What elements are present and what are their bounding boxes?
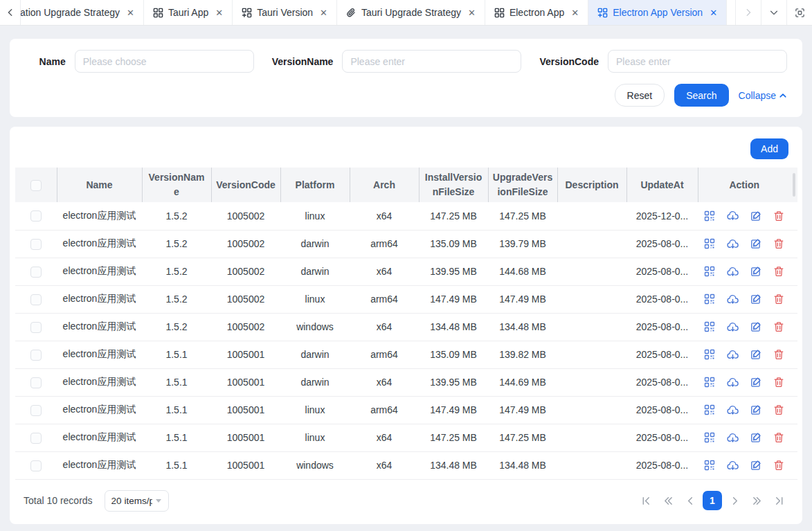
edit-icon[interactable] bbox=[750, 460, 761, 471]
chevron-left-page-icon[interactable] bbox=[680, 491, 700, 510]
table-scrollbar[interactable] bbox=[791, 168, 797, 202]
row-checkbox[interactable] bbox=[30, 267, 42, 278]
qrcode-icon[interactable] bbox=[704, 210, 715, 222]
cell-description bbox=[557, 285, 626, 313]
edit-icon[interactable] bbox=[750, 404, 761, 415]
chevron-left-icon[interactable] bbox=[0, 0, 21, 25]
cell-version-name: 1.5.2 bbox=[142, 202, 211, 230]
edit-icon[interactable] bbox=[750, 210, 761, 222]
edit-icon[interactable] bbox=[750, 266, 761, 277]
close-icon[interactable]: ✕ bbox=[127, 8, 134, 17]
chevron-right-icon[interactable] bbox=[735, 0, 761, 25]
first-page-icon[interactable] bbox=[636, 491, 656, 510]
cell-platform: windows bbox=[280, 313, 350, 341]
qrcode-icon[interactable] bbox=[704, 266, 715, 277]
add-button[interactable]: Add bbox=[750, 138, 788, 159]
cell-install-size: 135.09 MB bbox=[419, 230, 488, 258]
tab-tauri-version[interactable]: Tauri Version✕ bbox=[233, 0, 337, 25]
cloud-download-icon[interactable] bbox=[727, 294, 739, 305]
qrcode-icon[interactable] bbox=[704, 294, 715, 305]
edit-icon[interactable] bbox=[750, 321, 761, 332]
cloud-download-icon[interactable] bbox=[727, 321, 739, 333]
cell-upgrade-size: 134.48 MB bbox=[488, 451, 557, 479]
chevron-right-page-icon[interactable] bbox=[725, 491, 744, 510]
tab-electron-app[interactable]: Electron App✕ bbox=[485, 0, 588, 25]
double-chevron-left-icon[interactable] bbox=[658, 491, 678, 510]
scrollbar-thumb[interactable] bbox=[793, 173, 795, 197]
table-row: electron应用测试 1.5.1 1005001 linux arm64 1… bbox=[15, 396, 797, 424]
cloud-download-icon[interactable] bbox=[727, 210, 739, 222]
cloud-download-icon[interactable] bbox=[727, 238, 739, 250]
cell-version-code: 1005001 bbox=[211, 341, 280, 368]
double-chevron-right-icon[interactable] bbox=[747, 491, 766, 510]
qrcode-icon[interactable] bbox=[704, 432, 715, 443]
tab-ation-upgrade-strategy[interactable]: ation Upgrade Strategy✕ bbox=[21, 0, 144, 25]
close-icon[interactable]: ✕ bbox=[320, 8, 327, 17]
delete-icon[interactable] bbox=[773, 404, 784, 415]
tab-electron-app-version[interactable]: Electron App Version✕ bbox=[588, 0, 727, 25]
cloud-download-icon[interactable] bbox=[727, 266, 739, 278]
qrcode-icon[interactable] bbox=[704, 238, 715, 249]
delete-icon[interactable] bbox=[773, 321, 784, 332]
close-icon[interactable]: ✕ bbox=[571, 8, 579, 17]
collapse-link[interactable]: Collapse bbox=[739, 90, 787, 101]
delete-icon[interactable] bbox=[773, 349, 784, 360]
edit-icon[interactable] bbox=[750, 377, 761, 388]
row-checkbox[interactable] bbox=[30, 433, 42, 444]
column-name: Name bbox=[57, 168, 142, 202]
row-checkbox[interactable] bbox=[30, 460, 42, 471]
row-checkbox[interactable] bbox=[30, 239, 42, 250]
cloud-download-icon[interactable] bbox=[727, 377, 739, 388]
row-checkbox[interactable] bbox=[30, 350, 42, 361]
reset-button[interactable]: Reset bbox=[615, 84, 665, 107]
row-checkbox[interactable] bbox=[30, 294, 42, 305]
edit-icon[interactable] bbox=[750, 294, 761, 305]
row-checkbox[interactable] bbox=[30, 210, 42, 222]
row-checkbox[interactable] bbox=[30, 377, 42, 388]
delete-icon[interactable] bbox=[773, 377, 784, 388]
chevron-down-icon[interactable] bbox=[761, 0, 786, 25]
cloud-download-icon[interactable] bbox=[727, 432, 739, 444]
select-all-checkbox[interactable] bbox=[30, 180, 42, 191]
page-size-select[interactable]: 20 items/page bbox=[105, 490, 169, 512]
close-icon[interactable]: ✕ bbox=[710, 8, 717, 17]
edit-icon[interactable] bbox=[750, 349, 761, 360]
delete-icon[interactable] bbox=[773, 266, 784, 277]
last-page-icon[interactable] bbox=[769, 491, 788, 510]
tab-tauri-app[interactable]: Tauri App✕ bbox=[144, 0, 233, 25]
page-number[interactable]: 1 bbox=[703, 491, 722, 510]
delete-icon[interactable] bbox=[773, 210, 784, 222]
maximize-icon[interactable] bbox=[786, 0, 812, 25]
cell-platform: linux bbox=[280, 285, 350, 313]
qrcode-icon[interactable] bbox=[704, 404, 715, 415]
qrcode-icon[interactable] bbox=[704, 460, 715, 471]
cell-update-at: 2025-08-0... bbox=[626, 451, 698, 479]
cell-install-size: 139.95 MB bbox=[419, 258, 488, 285]
delete-icon[interactable] bbox=[773, 432, 784, 443]
delete-icon[interactable] bbox=[773, 460, 784, 471]
delete-icon[interactable] bbox=[773, 238, 784, 249]
cell-update-at: 2025-08-0... bbox=[626, 230, 698, 258]
row-checkbox-cell bbox=[15, 258, 57, 285]
delete-icon[interactable] bbox=[773, 294, 784, 305]
cloud-download-icon[interactable] bbox=[727, 404, 739, 416]
versioncode-input[interactable] bbox=[608, 50, 787, 73]
edit-icon[interactable] bbox=[750, 432, 761, 443]
qrcode-icon[interactable] bbox=[704, 349, 715, 360]
close-icon[interactable]: ✕ bbox=[468, 8, 476, 17]
versionname-input[interactable] bbox=[342, 50, 521, 73]
edit-icon[interactable] bbox=[750, 238, 761, 249]
cell-platform: linux bbox=[280, 424, 350, 451]
cell-action bbox=[698, 341, 791, 368]
cloud-download-icon[interactable] bbox=[727, 460, 739, 471]
row-checkbox[interactable] bbox=[30, 322, 42, 333]
row-checkbox[interactable] bbox=[30, 405, 42, 416]
cloud-download-icon[interactable] bbox=[727, 349, 739, 361]
qrcode-icon[interactable] bbox=[704, 321, 715, 332]
close-icon[interactable]: ✕ bbox=[215, 8, 223, 17]
table-toolbar: Add bbox=[15, 127, 797, 159]
search-button[interactable]: Search bbox=[674, 84, 728, 107]
tab-tauri-upgrade-strategy[interactable]: Tauri Upgrade Strategy✕ bbox=[337, 0, 485, 25]
qrcode-icon[interactable] bbox=[704, 377, 715, 388]
name-input[interactable] bbox=[75, 50, 254, 73]
